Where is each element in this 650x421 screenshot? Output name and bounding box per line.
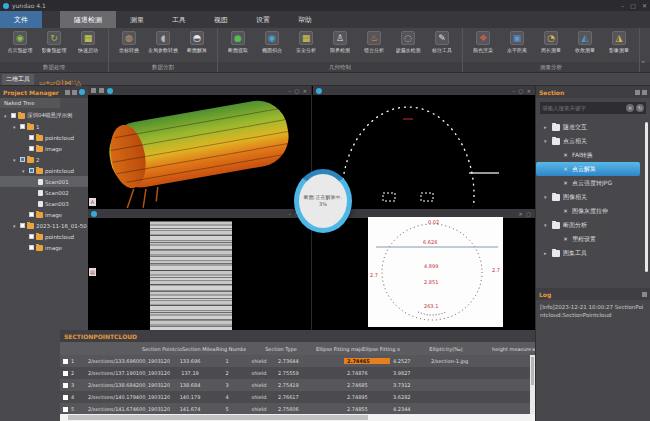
tunnel-pointcloud-render[interactable] [88,95,312,208]
expand-arrow-icon[interactable]: ▾ [544,194,549,200]
minimize-icon[interactable]: – [621,2,624,9]
refresh-icon[interactable]: ↻ [636,104,644,112]
row-checkbox[interactable] [60,395,69,400]
table-row[interactable]: 2 2/sections/137.190100_1903120947.txt 1… [60,367,535,379]
ribbon-button[interactable]: ▦ 快速启动 [71,29,105,62]
viewport-window-controls[interactable]: – ▢ ✕ [288,88,308,94]
tree-item[interactable]: image [0,209,88,220]
expand-arrow-icon[interactable]: ▾ [544,138,549,144]
tree-item[interactable]: Scan003 [0,198,88,209]
pin-icon[interactable] [642,292,647,297]
tree-item[interactable]: ▾ 深圳04磁悬浮示例 [0,110,88,121]
tree-checkbox[interactable] [29,212,34,217]
tab-view[interactable]: 视图 [200,11,242,28]
tab-measure[interactable]: 测量 [116,11,158,28]
viewport-window-controls[interactable]: – ▢ ✕ [512,88,532,94]
tab-file[interactable]: 文件 [0,11,42,28]
camera-icon[interactable] [91,211,97,217]
tree-item[interactable]: image [0,242,88,253]
ribbon-button[interactable]: ♨ 错台分析 [357,29,391,62]
expand-arrow-icon[interactable]: ▾ [4,113,9,119]
tree-item[interactable]: Scan001 [0,176,88,187]
pin-icon[interactable] [72,90,77,95]
pin-icon[interactable] [642,90,647,95]
ribbon-button[interactable]: ◔ 周长测量 [534,29,568,62]
ribbon-button[interactable]: ▤ 报表输出 [643,29,650,62]
search-input[interactable] [542,105,624,111]
table-row[interactable]: 1 2/sections/133.696000_1903120948.txt 1… [60,355,535,367]
table-column-header[interactable]: Ellipticity(‰) [400,346,492,352]
expand-arrow-icon[interactable]: ▸ [544,250,549,256]
table-column-header[interactable]: angle deviation [532,346,535,352]
table-column-header[interactable]: Ring Number [216,346,246,352]
naked-tree-tab[interactable]: Naked Tree [0,98,60,108]
table-column-header[interactable]: Ellipse Fitting short axis (m) [362,346,400,352]
ribbon-button[interactable]: ◍ 坐标转换 [112,29,146,62]
expand-arrow-icon[interactable]: ▾ [13,157,18,163]
table-column-header[interactable]: Section Mileage [182,346,216,352]
ribbon-button[interactable]: ◉ 椭圆拟合 [255,29,289,62]
tree-checkbox[interactable] [29,234,34,239]
tree-item[interactable]: image [0,143,88,154]
expand-arrow-icon[interactable]: ▸ [544,124,549,130]
section-tool-item[interactable]: ✕ FAI转换 [536,148,650,162]
tree-checkbox[interactable] [20,124,25,129]
refresh-icon[interactable] [79,89,85,95]
ribbon-button[interactable]: ◌ 渗漏水检测 [391,29,425,62]
viewport-ellipse-report[interactable]: ✕ ▢ 0.02 6.628 4.899 2.851 263.1 2.7 2.7 [313,209,535,330]
expand-arrow-icon[interactable]: ▾ [13,223,18,229]
intensity-strip-image[interactable] [150,221,232,330]
camera-icon[interactable] [316,88,322,94]
ribbon-button[interactable]: ❖ 颜色渲染 [466,29,500,62]
expand-arrow-icon[interactable]: ▾ [544,222,549,228]
annotation-clip-icon[interactable]: ▤ [89,268,96,276]
section-tool-item[interactable]: ▾ 图像相关 [536,190,650,204]
layout-icon[interactable] [99,88,104,93]
camera-icon[interactable] [107,88,113,94]
annotation-a-icon[interactable]: A [89,198,96,206]
section-tool-item[interactable]: ✕ 图像灰度拉伸 [536,204,650,218]
row-checkbox[interactable] [60,383,69,388]
ribbon-button[interactable]: ● 断面提取 [221,29,255,62]
row-checkbox[interactable] [60,371,69,376]
tab-help[interactable]: 帮助 [284,11,326,28]
table-row[interactable]: 4 2/sections/140.179400_1903120943.txt 1… [60,391,535,403]
viewport-window-controls[interactable]: ✕ ▢ [518,211,532,217]
tree-item[interactable]: pointcloud [0,231,88,242]
tree-item[interactable]: ▾ pointcloud [0,165,88,176]
tab-tunnel-detect[interactable]: 隧道检测 [60,11,116,28]
tree-item[interactable]: pointcloud [0,132,88,143]
tree-checkbox[interactable] [29,168,34,173]
ribbon-button[interactable]: ◉ 点云预处理 [3,29,37,62]
expand-arrow-icon[interactable]: ▾ [22,168,27,174]
tree-checkbox[interactable] [11,113,16,118]
ribbon-button[interactable]: ▦ 安全分析 [289,29,323,62]
section-tool-item[interactable]: ✕ 里程设置 [536,232,650,246]
tab-settings[interactable]: 设置 [242,11,284,28]
ribbon-button[interactable]: ◖ 全局参数转换 [146,29,180,62]
ribbon-button[interactable]: ▣ 水平距离 [500,29,534,62]
close-icon[interactable]: ✕ [642,2,647,9]
section-tool-item[interactable]: ✕ 点云解算 [536,162,640,176]
expand-arrow-icon[interactable]: ▾ [13,124,18,130]
ribbon-button[interactable]: ◓ 断面解算 [180,29,214,62]
tab-tools[interactable]: 工具 [158,11,200,28]
table-column-header[interactable]: Section Pointcloud [142,346,182,352]
table-vertical-scrollbar[interactable] [530,355,535,414]
table-column-header[interactable]: Ellipse Fitting major axis (m) [316,346,362,352]
maximize-icon[interactable]: ▢ [630,2,636,9]
section-tool-item[interactable]: ▸ 图集工具 [536,246,650,260]
tree-item[interactable]: ▾ 2023-11-16_01-50 [0,220,88,231]
row-checkbox[interactable] [60,359,69,364]
tree-item[interactable]: ▾ 1 [0,121,88,132]
dock-icon[interactable] [65,90,70,95]
section-tool-item[interactable]: ▸ 隧道交互 [536,120,650,134]
section-tool-item[interactable]: ✕ 点云强度转JPG [536,176,650,190]
ribbon-button[interactable]: ◭ 收敛测量 [568,29,602,62]
viewport-pointcloud-3d[interactable]: – ▢ ✕ [88,86,312,208]
tree-checkbox[interactable] [20,223,25,228]
section-tool-item[interactable]: ▾ 断面分析 [536,218,650,232]
ribbon-button[interactable]: ✎ 标注工具 [425,29,459,62]
table-horizontal-scrollbar[interactable] [60,414,535,421]
list-scrollbar[interactable] [645,122,648,272]
